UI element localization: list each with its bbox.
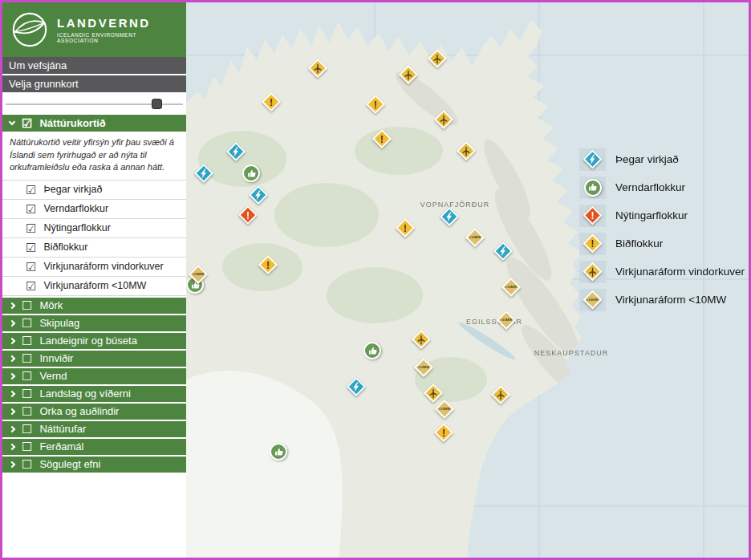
checkbox-unchecked-icon[interactable]: ☐	[22, 440, 32, 452]
checkbox-checked-icon[interactable]: ☑	[26, 222, 36, 234]
checkbox-unchecked-icon[interactable]: ☐	[22, 317, 32, 329]
vind-diamond-icon	[424, 383, 443, 403]
tenmw-text-icon: <10MW	[469, 236, 481, 240]
map-marker-vernd[interactable]	[242, 164, 260, 182]
checkbox-checked-icon[interactable]: ☑	[26, 280, 36, 292]
checkbox-unchecked-icon[interactable]: ☐	[22, 335, 32, 347]
checkbox-checked-icon[interactable]: ☑	[26, 203, 36, 215]
map-marker-nyting[interactable]: !	[242, 209, 255, 222]
sidebar-section-2[interactable]: ☐Landeignir og búseta	[2, 333, 186, 349]
map-marker-tenmw[interactable]: <10MW	[500, 314, 514, 327]
map-marker-virkjad[interactable]	[252, 189, 266, 202]
map-marker-bid[interactable]: !	[376, 132, 389, 146]
map-marker-virkjad[interactable]	[197, 167, 211, 181]
map-marker-vind[interactable]	[402, 68, 416, 82]
checkbox-unchecked-icon[interactable]: ☐	[22, 299, 32, 311]
sidebar-section-5[interactable]: ☐Landslag og víðerni	[2, 386, 186, 402]
layer-group-nature-map[interactable]: ☑ Náttúrukortið	[2, 115, 186, 132]
place-label: VOPNAFJÖRÐUR	[420, 201, 490, 209]
map-marker-vind[interactable]	[415, 333, 428, 347]
layer-toggle-0[interactable]: ☑Þegar virkjað	[2, 181, 186, 200]
chevron-right-icon[interactable]	[9, 320, 15, 327]
chevron-down-icon[interactable]	[9, 119, 15, 125]
chevron-right-icon[interactable]	[9, 338, 15, 344]
menu-basemap[interactable]: Velja grunnkort	[2, 75, 186, 92]
map-marker-tenmw[interactable]: <10MW	[417, 361, 431, 375]
map-marker-vind[interactable]	[460, 144, 473, 158]
vind-diamond-icon	[491, 385, 510, 404]
thumbs-up-icon	[246, 168, 257, 179]
wind-turbine-icon	[432, 54, 442, 63]
map-marker-vind[interactable]	[311, 62, 325, 75]
section-label: Landslag og víðerni	[39, 388, 130, 400]
checkbox-checked-icon[interactable]: ☑	[22, 117, 32, 129]
map-marker-vind[interactable]	[494, 388, 508, 402]
checkbox-checked-icon[interactable]: ☑	[26, 241, 36, 254]
wind-turbine-icon	[496, 390, 505, 400]
chevron-right-icon[interactable]	[9, 426, 15, 432]
layer-toggle-4[interactable]: ☑Virkjunaráform vindorkuver	[2, 258, 186, 277]
layer-toggle-5[interactable]: ☑Virkjunaráform <10MW	[2, 277, 186, 296]
chevron-right-icon[interactable]	[9, 408, 15, 415]
slider-handle[interactable]	[152, 99, 162, 109]
layer-toggle-1[interactable]: ☑Verndarflokkur	[2, 200, 186, 219]
map-marker-tenmw[interactable]: <10MW	[505, 281, 518, 294]
checkbox-unchecked-icon[interactable]: ☐	[22, 388, 32, 400]
map-marker-tenmw[interactable]: <10MW	[469, 231, 482, 245]
map-marker-bid[interactable]: !	[262, 258, 275, 272]
map-marker-bid[interactable]: !	[369, 98, 383, 112]
map-marker-virkjad[interactable]	[443, 210, 457, 224]
chevron-right-icon[interactable]	[9, 302, 15, 309]
sidebar-section-7[interactable]: ☐Náttúrufar	[2, 421, 186, 437]
layer-toggle-3[interactable]: ☑Biðflokkur	[2, 238, 186, 258]
map-canvas[interactable]: VOPNAFJÖRÐUREGILSSTAÐIRNESKAUPSTADUR !!!…	[186, 2, 749, 558]
menu-about[interactable]: Um vefsjána	[2, 57, 186, 74]
map-marker-virkjad[interactable]	[229, 145, 243, 159]
legend-label: Virkjunaráform <10MW	[615, 294, 726, 306]
map-marker-virkjad[interactable]	[497, 245, 510, 258]
map-marker-vernd[interactable]	[363, 342, 381, 359]
sidebar-section-9[interactable]: ☐Sögulegt efni	[2, 457, 186, 473]
chevron-right-icon[interactable]	[9, 444, 15, 450]
map-marker-tenmw[interactable]: <10MW	[438, 403, 452, 416]
layer-toggle-2[interactable]: ☑Nýtingarflokkur	[2, 219, 186, 238]
map-marker-vind[interactable]	[437, 113, 451, 127]
legend-icon-bid: !	[579, 233, 606, 255]
chevron-right-icon[interactable]	[9, 461, 15, 468]
map-marker-bid[interactable]: !	[399, 221, 412, 235]
checkbox-unchecked-icon[interactable]: ☐	[22, 370, 32, 382]
legend-item-tenmw: <10MWVirkjunaráform <10MW	[579, 289, 745, 310]
thumbs-up-icon	[367, 346, 378, 356]
map-marker-tenmw[interactable]: <10MW	[192, 268, 205, 282]
app-window: LANDVERND ICELANDIC ENVIRONMENT ASSOCIAT…	[0, 0, 751, 560]
checkbox-unchecked-icon[interactable]: ☐	[22, 423, 32, 435]
protection-circle-icon	[270, 443, 287, 461]
checkbox-checked-icon[interactable]: ☑	[26, 261, 36, 273]
vind-diamond-icon	[412, 330, 431, 349]
map-marker-vernd[interactable]	[270, 443, 287, 461]
section-label: Landeignir og búseta	[39, 335, 136, 347]
sidebar-section-0[interactable]: ☐Mörk	[2, 298, 186, 314]
sidebar-section-1[interactable]: ☐Skipulag	[2, 315, 186, 331]
sidebar-section-3[interactable]: ☐Innviðir	[2, 351, 186, 367]
legend-label: Þegar virkjað	[615, 153, 679, 165]
chevron-right-icon[interactable]	[9, 355, 15, 362]
basemap-opacity-slider[interactable]	[2, 94, 186, 115]
sidebar-section-4[interactable]: ☐Vernd	[2, 368, 186, 384]
chevron-right-icon[interactable]	[9, 373, 15, 379]
layer-group-title: Náttúrukortið	[39, 117, 105, 129]
chevron-right-icon[interactable]	[9, 391, 15, 397]
checkbox-unchecked-icon[interactable]: ☐	[22, 458, 32, 470]
checkbox-unchecked-icon[interactable]: ☐	[22, 405, 32, 417]
tenmw-diamond-icon: <10MW	[435, 400, 454, 419]
checkbox-unchecked-icon[interactable]: ☐	[22, 352, 32, 364]
map-marker-bid[interactable]: !	[437, 426, 451, 440]
map-marker-bid[interactable]: !	[265, 95, 278, 109]
sidebar-section-8[interactable]: ☐Ferðamál	[2, 439, 186, 455]
map-marker-virkjad[interactable]	[350, 380, 363, 394]
map-marker-vind[interactable]	[427, 387, 440, 400]
map-marker-vind[interactable]	[431, 52, 445, 66]
sidebar-section-6[interactable]: ☐Orka og auðlindir	[2, 404, 186, 420]
sidebar-section-list: ☐Mörk☐Skipulag☐Landeignir og búseta☐Innv…	[2, 298, 186, 474]
checkbox-checked-icon[interactable]: ☑	[26, 184, 36, 196]
